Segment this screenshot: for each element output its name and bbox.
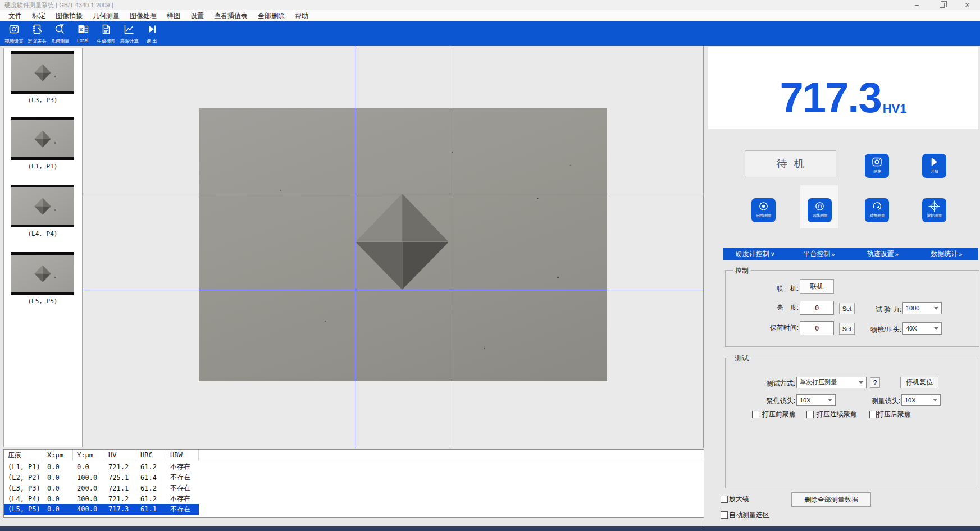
stop-reset-button[interactable]: 停机复位: [900, 377, 938, 388]
four-line-measure-icon: [814, 200, 826, 212]
measure-line-vertical-left[interactable]: [355, 46, 355, 448]
restore-button[interactable]: [929, 0, 955, 10]
cell-hv: 721.2: [104, 495, 136, 503]
chevron-down-icon: [931, 396, 939, 404]
menu-sample-image[interactable]: 样图: [162, 10, 185, 21]
table-row[interactable]: (L3, P3) 0.0 200.0 721.1 61.2 不存在: [4, 483, 717, 493]
focus-lens-dropdown[interactable]: 10X: [796, 394, 836, 406]
measure-line-horizontal-blue[interactable]: [83, 290, 703, 290]
indent-thumbnail-image: [11, 185, 74, 227]
thumbnail-label: (L4, P4): [11, 230, 74, 237]
column-header[interactable]: Y:μm: [73, 450, 104, 461]
diagonal-measure-button[interactable]: 对角测量: [865, 198, 889, 222]
dwell-set-button[interactable]: Set: [839, 323, 855, 335]
help-button[interactable]: ?: [870, 377, 880, 388]
camera-icon: [871, 156, 883, 168]
live-view-canvas[interactable]: [83, 46, 704, 448]
magnifier-checkbox[interactable]: 放大镜: [721, 495, 749, 504]
tab-stage-control[interactable]: 平台控制»: [787, 248, 851, 260]
cell-hrc: 61.2: [136, 495, 166, 503]
menu-help[interactable]: 帮助: [290, 10, 313, 21]
video-settings-button[interactable]: 视频设置: [2, 22, 25, 46]
delete-all-data-button[interactable]: 删除全部测量数据: [791, 492, 871, 507]
column-header[interactable]: HBW: [166, 450, 199, 461]
indent-shape: [34, 64, 51, 81]
menu-file[interactable]: 文件: [3, 10, 27, 21]
table-row[interactable]: (L1, P1) 0.0 0.0 721.2 61.2 不存在: [4, 461, 717, 472]
indent-shape: [34, 198, 51, 215]
cell-hrc: 61.2: [136, 463, 166, 471]
thumbnail-label: (L3, P3): [11, 97, 74, 104]
indent-shape: [34, 130, 51, 148]
play-icon: [928, 156, 940, 168]
capture-button[interactable]: 摄像: [865, 154, 889, 178]
brightness-input[interactable]: 0: [800, 301, 834, 315]
table-row[interactable]: (L4, P4) 0.0 300.0 721.2 61.2 不存在: [4, 493, 717, 504]
thumbnail-item[interactable]: (L3, P3): [11, 51, 74, 104]
chevron-down-icon: [932, 304, 940, 313]
cell-y: 400.0: [73, 504, 104, 515]
auto-measure-region-checkbox[interactable]: 自动测量选区: [721, 510, 769, 520]
depth-calc-button[interactable]: 层深计算: [117, 22, 140, 46]
connect-button[interactable]: 联机: [800, 279, 834, 294]
menu-delete-all[interactable]: 全部删除: [253, 10, 290, 21]
minimize-button[interactable]: –: [904, 0, 929, 10]
focus-after-checkbox[interactable]: 打压后聚焦: [869, 410, 911, 419]
toolbar-label: 生成报告: [97, 38, 115, 45]
test-mode-dropdown[interactable]: 单次打压测量: [796, 377, 867, 388]
objective-dropdown[interactable]: 40X: [902, 322, 942, 335]
tab-trajectory-settings[interactable]: 轨迹设置»: [851, 248, 915, 260]
menu-image-capture[interactable]: 图像拍摄: [51, 10, 88, 21]
close-button[interactable]: ✕: [955, 0, 980, 10]
objective-value: 40X: [906, 325, 917, 332]
thumbnail-item[interactable]: (L1, P1): [11, 117, 74, 170]
column-header[interactable]: HV: [104, 450, 136, 461]
thumbnail-item[interactable]: (L5, P5): [11, 252, 74, 305]
cell-x: 0.0: [43, 484, 73, 492]
focus-continuous-checkbox[interactable]: 打压连续聚焦: [806, 410, 857, 419]
dwell-time-input[interactable]: 0: [800, 321, 834, 335]
toolbar: 视频设置 定义表头 几何测量 X Excel 生成报告 层深计算 退 出: [0, 21, 980, 46]
chevron-down-icon: [857, 378, 865, 387]
brightness-set-button[interactable]: Set: [839, 303, 855, 314]
column-header[interactable]: X:μm: [43, 450, 73, 461]
menu-image-processing[interactable]: 图像处理: [125, 10, 162, 21]
test-mode-value: 单次打压测量: [800, 378, 837, 387]
menu-view-interpolation-table[interactable]: 查看插值表: [209, 10, 253, 21]
wheel-measure-button[interactable]: 滚轮测量: [922, 198, 946, 222]
tab-label: 平台控制: [803, 249, 830, 259]
geometry-measure-button[interactable]: 几何测量: [48, 22, 71, 46]
tab-label: 硬度计控制: [736, 249, 769, 259]
test-force-dropdown[interactable]: 1000: [902, 302, 942, 314]
column-header[interactable]: 压痕: [4, 450, 43, 461]
table-row[interactable]: (L2, P2) 0.0 100.0 725.1 61.4 不存在: [4, 472, 717, 483]
checkbox-label: 打压后聚焦: [877, 410, 911, 419]
generate-report-button[interactable]: 生成报告: [94, 22, 117, 46]
toolbar-label: Excel: [77, 38, 88, 43]
auto-measure-button[interactable]: 自动测量: [751, 198, 776, 222]
status-indicator: 待机: [745, 150, 836, 177]
excel-export-button[interactable]: X Excel: [71, 22, 94, 46]
table-row-selected[interactable]: (L5, P5) 0.0 400.0 717.3 61.1 不存在: [4, 504, 717, 515]
measure-lens-dropdown[interactable]: 10X: [901, 394, 941, 406]
tab-hardness-control[interactable]: 硬度计控制∨: [723, 248, 787, 260]
focus-before-checkbox[interactable]: 打压前聚焦: [752, 410, 796, 419]
toolbar-label: 退 出: [147, 38, 157, 45]
menu-geometry-measure[interactable]: 几何测量: [88, 10, 125, 21]
chevron-down-icon: ∨: [771, 250, 775, 258]
tab-data-statistics[interactable]: 数据统计»: [915, 248, 979, 260]
menu-settings[interactable]: 设置: [185, 10, 209, 21]
measure-button-label: 四线测量: [812, 213, 827, 218]
specimen-image: [199, 108, 607, 381]
thumbnail-item[interactable]: (L4, P4): [11, 185, 74, 237]
measure-line-horizontal-red[interactable]: [83, 194, 703, 194]
measure-line-vertical-right[interactable]: [450, 46, 450, 448]
exit-button[interactable]: 退 出: [140, 22, 163, 46]
checkbox-icon: [721, 511, 728, 519]
define-header-button[interactable]: 定义表头: [25, 22, 48, 46]
start-button[interactable]: 开始: [922, 154, 946, 178]
menu-calibration[interactable]: 标定: [27, 10, 51, 21]
column-header[interactable]: HRC: [136, 450, 166, 461]
four-line-measure-button[interactable]: 四线测量: [808, 198, 832, 222]
chevron-down-icon: [932, 324, 940, 333]
